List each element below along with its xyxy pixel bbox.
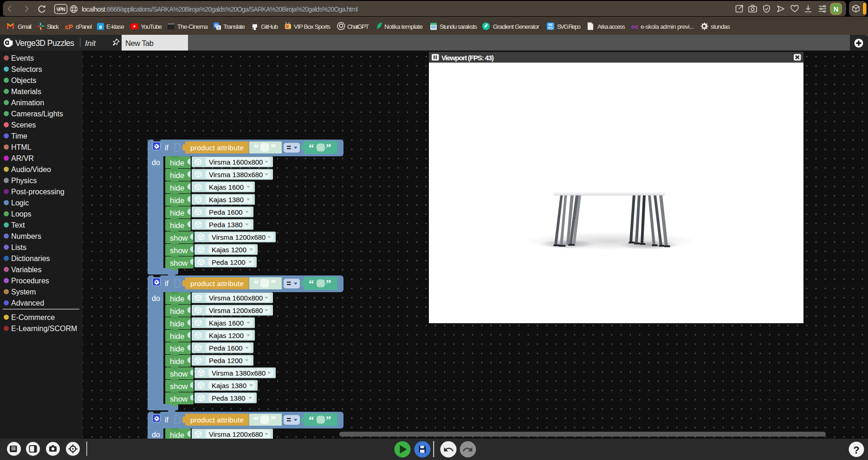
svg-text:New Tab: New Tab — [125, 39, 154, 47]
svg-text:show: show — [170, 246, 188, 255]
svg-text:show: show — [170, 259, 188, 267]
svg-text:Physics: Physics — [11, 177, 37, 185]
svg-text:o: o — [631, 23, 635, 30]
svg-text:Viewport (FPS: 43): Viewport (FPS: 43) — [441, 54, 494, 62]
svg-text:“: “ — [253, 142, 259, 153]
svg-text:product attribute: product attribute — [190, 416, 244, 424]
svg-text:Peda 1380: Peda 1380 — [209, 221, 243, 229]
svg-text:hide: hide — [170, 431, 184, 439]
svg-text:E-klase: E-klase — [106, 23, 124, 30]
svg-text:”: ” — [271, 142, 276, 153]
svg-text:do: do — [152, 431, 160, 439]
svg-text:Kajas 1200: Kajas 1200 — [212, 246, 246, 254]
svg-text:localhost: localhost — [82, 6, 105, 13]
svg-text:“: “ — [253, 278, 259, 289]
svg-text:hide: hide — [170, 345, 184, 353]
svg-text:hide: hide — [170, 221, 184, 230]
svg-text:Kajas 1380: Kajas 1380 — [212, 382, 246, 390]
svg-text:hide: hide — [170, 159, 184, 167]
svg-text:Translate: Translate — [223, 23, 245, 30]
svg-text:if: if — [165, 416, 169, 424]
svg-text:product attribute: product attribute — [190, 280, 244, 288]
svg-text:AR/VR: AR/VR — [11, 154, 34, 162]
svg-text:Loops: Loops — [11, 210, 32, 218]
svg-text:E-Commerce: E-Commerce — [11, 313, 55, 321]
svg-text:hide: hide — [170, 209, 184, 217]
svg-text:PO: PO — [548, 26, 552, 30]
svg-text:stundas: stundas — [711, 23, 730, 30]
svg-text:”: ” — [326, 278, 331, 289]
svg-text:hide: hide — [170, 357, 184, 365]
svg-text:Stundu saraksts: Stundu saraksts — [440, 23, 477, 30]
svg-text:Virsma 1200x680: Virsma 1200x680 — [209, 307, 263, 314]
svg-text:Cameras/Lights: Cameras/Lights — [11, 110, 63, 118]
svg-text:SVG Repo: SVG Repo — [557, 23, 581, 30]
svg-text:Virsma 1600x800: Virsma 1600x800 — [209, 294, 263, 302]
svg-text:“: “ — [309, 278, 314, 289]
svg-text:Scenes: Scenes — [11, 121, 36, 129]
svg-text:Logic: Logic — [11, 199, 29, 207]
svg-text:Post-processing: Post-processing — [11, 188, 65, 196]
svg-text:Slack: Slack — [47, 23, 59, 30]
svg-text:e-skola admin previ...: e-skola admin previ... — [641, 23, 694, 30]
svg-text:Dictionaries: Dictionaries — [11, 255, 50, 262]
svg-text:Peda 1200: Peda 1200 — [212, 258, 246, 266]
svg-text:hide: hide — [170, 307, 184, 315]
svg-text:hide: hide — [170, 332, 184, 340]
svg-text:Virsma 1200x680: Virsma 1200x680 — [209, 430, 263, 438]
svg-text:E-Learning/SCORM: E-Learning/SCORM — [11, 325, 77, 332]
svg-text:Verge3D Puzzles: Verge3D Puzzles — [15, 38, 74, 48]
svg-text:product attribute: product attribute — [190, 144, 244, 152]
svg-text:Events: Events — [11, 54, 34, 62]
svg-text:文: 文 — [217, 26, 220, 30]
svg-text:?: ? — [853, 444, 859, 456]
svg-text:Text: Text — [11, 221, 25, 229]
svg-text:GitHub: GitHub — [261, 23, 278, 30]
svg-text:show: show — [170, 395, 188, 403]
svg-text:cP: cP — [65, 23, 73, 31]
svg-text:Init: Init — [85, 39, 96, 48]
svg-text:System: System — [11, 288, 36, 296]
svg-text:N: N — [834, 6, 838, 13]
svg-text:do: do — [152, 294, 160, 302]
svg-text:show: show — [170, 234, 188, 242]
svg-text:“: “ — [309, 142, 314, 153]
svg-text:Peda 1600: Peda 1600 — [209, 208, 243, 216]
svg-text:“: “ — [309, 414, 314, 426]
svg-text:Variables: Variables — [11, 266, 42, 274]
svg-text:if: if — [165, 144, 169, 152]
svg-text:Materials: Materials — [11, 88, 41, 96]
svg-text:hide: hide — [170, 171, 184, 179]
svg-text:Time: Time — [11, 132, 27, 140]
svg-text:show: show — [170, 382, 188, 390]
svg-text:Peda 1200: Peda 1200 — [209, 357, 243, 364]
svg-text:Objects: Objects — [11, 77, 36, 84]
svg-text:Virsma 1380x680: Virsma 1380x680 — [212, 369, 266, 377]
svg-text:hide: hide — [170, 184, 184, 192]
svg-text:hide: hide — [170, 319, 184, 328]
svg-text::8668/applications/SARKA%20Bir: :8668/applications/SARKA%20Biroja%20gald… — [105, 6, 358, 13]
svg-text:VPN: VPN — [57, 6, 65, 12]
svg-text:Lists: Lists — [11, 243, 26, 251]
svg-text:hide: hide — [170, 294, 184, 303]
svg-text:HTML: HTML — [11, 143, 32, 151]
svg-text:Kajas 1600: Kajas 1600 — [209, 183, 244, 191]
svg-text:if: if — [165, 280, 169, 288]
svg-text:cPanel: cPanel — [76, 23, 92, 30]
svg-text:Advanced: Advanced — [11, 299, 44, 307]
svg-text:“: “ — [253, 414, 259, 426]
svg-text:Peda 1380: Peda 1380 — [212, 394, 246, 402]
svg-text:Kajas 1380: Kajas 1380 — [209, 196, 244, 204]
svg-text:Arka access: Arka access — [597, 23, 625, 30]
svg-text:YouTube: YouTube — [141, 23, 162, 30]
svg-text:”: ” — [326, 414, 331, 426]
svg-text:Procedures: Procedures — [11, 277, 49, 285]
svg-text:Virsma 1200x680: Virsma 1200x680 — [212, 233, 266, 241]
svg-text:do: do — [152, 159, 160, 166]
svg-text:show: show — [170, 370, 188, 378]
svg-text:The-Cinema: The-Cinema — [177, 23, 208, 30]
svg-text:Selectors: Selectors — [11, 65, 42, 73]
svg-text:Gmail: Gmail — [18, 23, 32, 30]
svg-text:Audio/Video: Audio/Video — [11, 166, 51, 173]
svg-text:”: ” — [326, 142, 331, 153]
